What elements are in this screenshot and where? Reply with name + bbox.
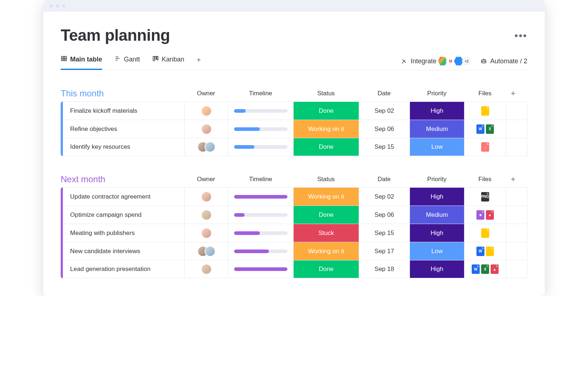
timeline-cell[interactable]	[228, 242, 293, 260]
date-cell[interactable]: Sep 06	[359, 206, 410, 224]
status-cell[interactable]: Working on it	[293, 120, 359, 138]
file-icon: W	[476, 247, 484, 256]
owner-cell[interactable]	[184, 224, 228, 242]
priority-cell[interactable]: Low	[410, 242, 464, 260]
date-cell[interactable]: Sep 18	[359, 260, 410, 278]
more-menu-button[interactable]: •••	[515, 30, 527, 41]
column-header-timeline[interactable]: Timeline	[228, 176, 293, 183]
task-name-cell[interactable]: Optimize campaign spend	[63, 206, 184, 224]
timeline-cell[interactable]	[228, 120, 293, 138]
column-header-timeline[interactable]: Timeline	[228, 90, 293, 97]
priority-cell[interactable]: Low	[410, 138, 464, 156]
column-header-files[interactable]: Files	[464, 176, 506, 183]
table-row[interactable]: New candidate interviewsWorking on itSep…	[63, 242, 527, 260]
view-tabs-bar: Main tableGanttKanban + Integrate M +2 A…	[61, 55, 527, 70]
view-tab-kanban[interactable]: Kanban	[152, 55, 184, 70]
status-cell[interactable]: Stuck	[293, 224, 359, 242]
priority-cell[interactable]: Medium	[410, 206, 464, 224]
status-cell[interactable]: Working on it	[293, 188, 359, 206]
column-header-priority[interactable]: Priority	[410, 90, 464, 97]
column-header-files[interactable]: Files	[464, 90, 506, 97]
task-name-cell[interactable]: Meating with publishers	[63, 224, 184, 242]
task-name-cell[interactable]: Lead generation presentation	[63, 260, 184, 278]
date-cell[interactable]: Sep 06	[359, 120, 410, 138]
date-cell[interactable]: Sep 02	[359, 102, 410, 120]
owner-cell[interactable]	[184, 206, 228, 224]
table-row[interactable]: Refine objectivesWorking on itSep 06Medi…	[63, 120, 527, 138]
status-cell[interactable]: Done	[293, 260, 359, 278]
task-name-cell[interactable]: Update contractor agreement	[63, 188, 184, 206]
status-cell[interactable]: Working on it	[293, 242, 359, 260]
group-title[interactable]: This month	[61, 88, 184, 99]
file-icon: W	[476, 124, 484, 134]
add-view-button[interactable]: +	[197, 56, 201, 69]
column-header-owner[interactable]: Owner	[184, 90, 228, 97]
owner-cell[interactable]	[184, 120, 228, 138]
files-cell[interactable]: ■▲	[464, 206, 506, 224]
timeline-cell[interactable]	[228, 138, 293, 156]
task-name-cell[interactable]: New candidate interviews	[63, 242, 184, 260]
date-cell[interactable]: Sep 15	[359, 224, 410, 242]
date-cell[interactable]: Sep 17	[359, 242, 410, 260]
priority-cell[interactable]: Medium	[410, 120, 464, 138]
table-row[interactable]: Optimize campaign spendDoneSep 06Medium■…	[63, 206, 527, 224]
column-header-date[interactable]: Date	[359, 176, 410, 183]
timeline-cell[interactable]	[228, 188, 293, 206]
status-cell[interactable]: Done	[293, 206, 359, 224]
table-row[interactable]: Finalize kickoff materialsDoneSep 02High	[63, 101, 527, 120]
owner-cell[interactable]	[184, 188, 228, 206]
task-name-cell[interactable]: Finalize kickoff materials	[63, 102, 184, 120]
priority-cell[interactable]: High	[410, 102, 464, 120]
view-tab-label: Main table	[70, 56, 102, 63]
add-column-button[interactable]: +	[506, 89, 520, 98]
integrate-button[interactable]: Integrate M +2	[400, 56, 471, 66]
task-name-cell[interactable]: Refine objectives	[63, 120, 184, 138]
table-row[interactable]: Update contractor agreementWorking on it…	[63, 187, 527, 206]
owner-cell[interactable]	[184, 102, 228, 120]
file-icon	[481, 106, 489, 116]
view-tab-main-table[interactable]: Main table	[61, 55, 102, 70]
status-cell[interactable]: Done	[293, 138, 359, 156]
owner-cell[interactable]	[184, 138, 228, 156]
column-header-date[interactable]: Date	[359, 90, 410, 97]
date-cell[interactable]: Sep 15	[359, 138, 410, 156]
timeline-cell[interactable]	[228, 224, 293, 242]
timeline-track	[234, 109, 287, 113]
files-cell[interactable]	[464, 224, 506, 242]
table-row[interactable]: Identify key resourcesDoneSep 15Low♪	[63, 138, 527, 156]
priority-cell[interactable]: High	[410, 260, 464, 278]
file-icon: PNG	[481, 192, 489, 202]
column-header-owner[interactable]: Owner	[184, 176, 228, 183]
file-icon: ▲	[491, 264, 499, 274]
automate-label: Automate / 2	[490, 57, 527, 65]
files-cell[interactable]: WX	[464, 120, 506, 138]
avatar	[201, 210, 212, 220]
timeline-cell[interactable]	[228, 102, 293, 120]
timeline-cell[interactable]	[228, 206, 293, 224]
date-cell[interactable]: Sep 02	[359, 188, 410, 206]
timeline-cell[interactable]	[228, 260, 293, 278]
file-icon: W	[472, 264, 480, 274]
priority-cell[interactable]: High	[410, 188, 464, 206]
group-title[interactable]: Next month	[61, 174, 184, 184]
priority-cell[interactable]: High	[410, 224, 464, 242]
owner-cell[interactable]	[184, 242, 228, 260]
owner-cell[interactable]	[184, 260, 228, 278]
timeline-track	[234, 127, 287, 131]
task-name-cell[interactable]: Identify key resources	[63, 138, 184, 156]
column-header-priority[interactable]: Priority	[410, 176, 464, 183]
table-row[interactable]: Lead generation presentationDoneSep 18Hi…	[63, 260, 527, 278]
status-cell[interactable]: Done	[293, 102, 359, 120]
automate-button[interactable]: Automate / 2	[480, 57, 527, 65]
files-cell[interactable]: WX▲	[464, 260, 506, 278]
add-column-button[interactable]: +	[506, 175, 520, 184]
files-cell[interactable]: PNG	[464, 188, 506, 206]
integration-icons: M +2	[439, 56, 471, 66]
view-tab-gantt[interactable]: Gantt	[114, 55, 140, 70]
column-header-status[interactable]: Status	[293, 90, 359, 97]
files-cell[interactable]: ♪	[464, 138, 506, 156]
column-header-status[interactable]: Status	[293, 176, 359, 183]
table-row[interactable]: Meating with publishersStuckSep 15High	[63, 224, 527, 242]
files-cell[interactable]	[464, 102, 506, 120]
files-cell[interactable]: W	[464, 242, 506, 260]
